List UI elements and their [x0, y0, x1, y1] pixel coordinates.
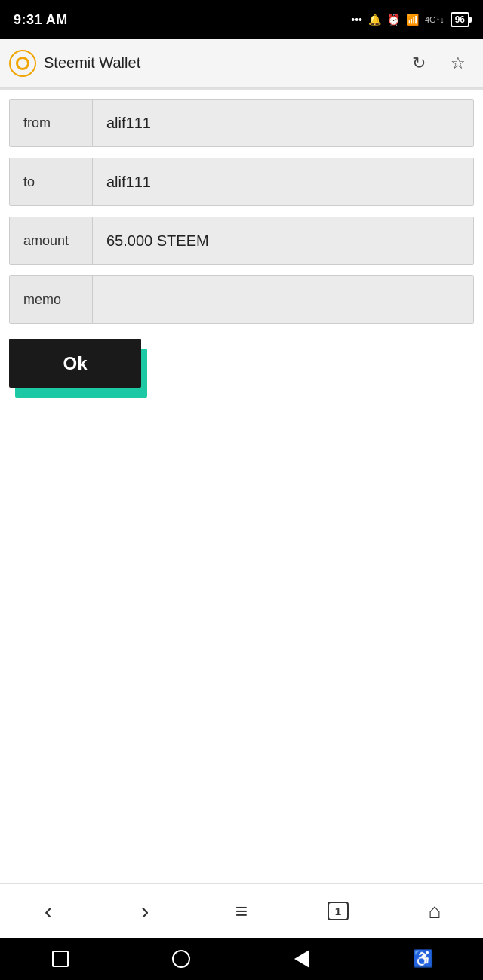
- android-back-button[interactable]: [283, 944, 321, 974]
- bottom-nav: ‹ › ≡ 1 ⌂: [0, 883, 483, 938]
- bell-icon: 🔔: [368, 14, 381, 26]
- android-square-icon: [52, 951, 69, 967]
- android-square-button[interactable]: [42, 944, 79, 974]
- signal-icon: 📶: [406, 14, 419, 26]
- home-icon: ⌂: [429, 899, 441, 923]
- ok-button-wrapper: Ok: [9, 339, 141, 392]
- status-icons: ••• 🔔 ⏰ 📶 4G↑↓ 96: [351, 12, 469, 27]
- memo-row: memo: [9, 275, 474, 324]
- status-bar: 9:31 AM ••• 🔔 ⏰ 📶 4G↑↓ 96: [0, 0, 483, 39]
- from-label: from: [10, 100, 93, 146]
- android-accessibility-button[interactable]: ♿: [404, 944, 441, 974]
- android-accessibility-icon: ♿: [413, 949, 433, 969]
- battery-indicator: 96: [451, 12, 469, 27]
- from-value: alif111: [93, 100, 473, 146]
- alarm-icon: ⏰: [387, 14, 400, 26]
- refresh-button[interactable]: ↻: [403, 48, 435, 79]
- forward-button[interactable]: ›: [122, 889, 168, 934]
- menu-icon: ≡: [235, 899, 248, 923]
- amount-label: amount: [10, 217, 93, 264]
- memo-value[interactable]: [93, 276, 473, 323]
- ok-button[interactable]: Ok: [9, 339, 141, 388]
- browser-title: Steemit Wallet: [44, 54, 387, 72]
- tabs-icon: 1: [328, 902, 349, 920]
- back-icon: ‹: [45, 897, 53, 925]
- signal2-icon: 4G↑↓: [425, 15, 445, 24]
- amount-row: amount 65.000 STEEM: [9, 217, 474, 265]
- memo-label: memo: [10, 276, 93, 323]
- bookmark-button[interactable]: ☆: [442, 48, 474, 79]
- transfer-form: from alif111 to alif111 amount 65.000 ST…: [0, 90, 483, 392]
- android-home-button[interactable]: [162, 944, 200, 974]
- refresh-icon: ↻: [412, 54, 426, 73]
- amount-value: 65.000 STEEM: [93, 217, 473, 264]
- from-row: from alif111: [9, 99, 474, 147]
- home-button[interactable]: ⌂: [412, 889, 457, 934]
- android-nav: ♿: [0, 938, 483, 980]
- steemit-logo: [9, 50, 36, 77]
- page-content: from alif111 to alif111 amount 65.000 ST…: [0, 88, 483, 883]
- android-triangle-icon: [294, 950, 309, 968]
- browser-bar: Steemit Wallet ↻ ☆: [0, 39, 483, 88]
- to-value: alif111: [93, 158, 473, 205]
- status-time: 9:31 AM: [14, 12, 68, 28]
- back-button[interactable]: ‹: [26, 889, 71, 934]
- to-row: to alif111: [9, 158, 474, 206]
- to-label: to: [10, 158, 93, 205]
- star-icon: ☆: [451, 54, 466, 73]
- tabs-button[interactable]: 1: [315, 889, 361, 934]
- menu-button[interactable]: ≡: [219, 889, 264, 934]
- android-circle-icon: [172, 950, 190, 968]
- forward-icon: ›: [141, 897, 149, 925]
- divider: [395, 52, 395, 75]
- more-icon: •••: [351, 14, 362, 26]
